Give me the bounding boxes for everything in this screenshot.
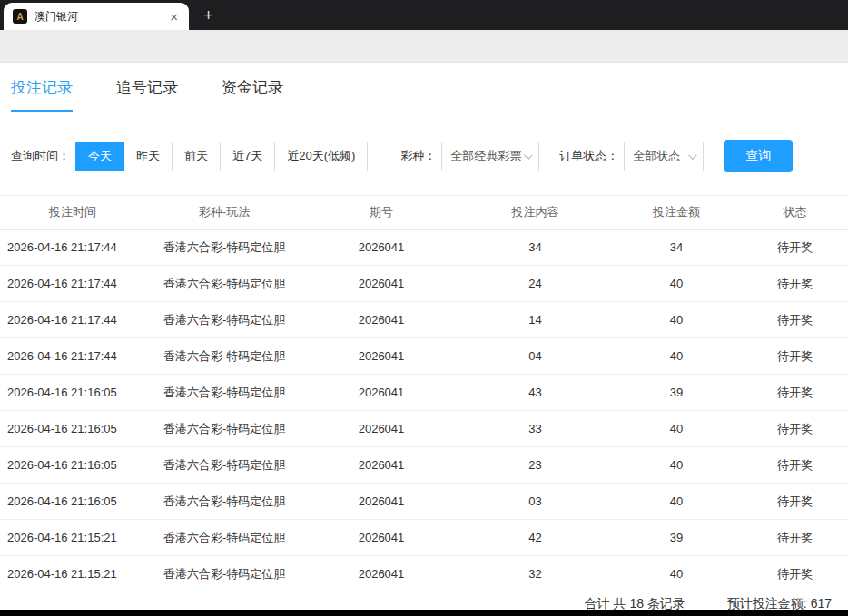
table-cell: 香港六合彩-特码定位胆 (145, 520, 303, 556)
time-option-0[interactable]: 今天 (75, 142, 124, 171)
table-cell: 34 (459, 230, 611, 266)
table-cell: 2026041 (303, 230, 459, 266)
table-cell: 2026041 (303, 520, 459, 556)
table-cell: 香港六合彩-特码定位胆 (145, 556, 303, 592)
time-option-4[interactable]: 近20天(低频) (274, 142, 368, 171)
time-option-1[interactable]: 昨天 (123, 142, 173, 171)
table-cell: 33 (459, 411, 611, 447)
table-cell: 2026041 (303, 302, 459, 338)
table-cell: 香港六合彩-特码定位胆 (145, 302, 303, 338)
table-cell: 2026041 (303, 447, 459, 484)
table-cell: 待开奖 (742, 230, 848, 266)
table-cell: 香港六合彩-特码定位胆 (145, 375, 303, 411)
table-row: 2026-04-16 21:15:21香港六合彩-特码定位胆2026041324… (0, 556, 848, 592)
time-filter-label: 查询时间： (11, 148, 70, 164)
table-cell: 香港六合彩-特码定位胆 (145, 447, 303, 484)
nav-tab-1[interactable]: 追号记录 (116, 77, 178, 112)
table-cell: 2026-04-16 21:17:44 (0, 338, 145, 375)
table-header-cell: 期号 (303, 196, 459, 230)
table-cell: 待开奖 (742, 411, 848, 447)
table-cell: 40 (611, 484, 742, 520)
table-row: 2026-04-16 21:16:05香港六合彩-特码定位胆2026041034… (0, 484, 848, 520)
status-select[interactable]: 全部状态 (624, 142, 704, 171)
table-header-cell: 投注时间 (0, 196, 145, 230)
table-cell: 2026-04-16 21:16:05 (0, 447, 145, 484)
time-option-2[interactable]: 前天 (172, 142, 221, 171)
chevron-down-icon (688, 151, 697, 160)
lottery-select[interactable]: 全部经典彩票 (441, 142, 539, 171)
browser-tab[interactable]: A 澳门银河 × (4, 3, 189, 30)
tab-close-icon[interactable]: × (166, 9, 182, 24)
table-cell: 香港六合彩-特码定位胆 (145, 230, 303, 266)
table-cell: 2026041 (303, 266, 459, 302)
table-row: 2026-04-16 21:17:44香港六合彩-特码定位胆2026041343… (0, 230, 848, 266)
table-header-cell: 投注内容 (459, 196, 611, 230)
table-header-row: 投注时间彩种-玩法期号投注内容投注金额状态 (0, 196, 848, 230)
table-cell: 待开奖 (742, 338, 848, 375)
table-row: 2026-04-16 21:17:44香港六合彩-特码定位胆2026041244… (0, 266, 848, 302)
table-cell: 2026-04-16 21:17:44 (0, 266, 145, 302)
table-cell: 42 (459, 520, 611, 556)
page-content: 投注记录追号记录资金记录 查询时间： 今天昨天前天近7天近20天(低频) 彩种：… (0, 63, 848, 610)
status-filter-label: 订单状态： (559, 148, 618, 164)
table-row: 2026-04-16 21:16:05香港六合彩-特码定位胆2026041433… (0, 375, 848, 411)
nav-tab-0[interactable]: 投注记录 (11, 77, 73, 112)
browser-toolbar (0, 30, 848, 63)
filter-bar: 查询时间： 今天昨天前天近7天近20天(低频) 彩种： 全部经典彩票 订单状态：… (0, 140, 848, 172)
table-cell: 23 (459, 447, 611, 484)
lottery-filter-label: 彩种： (400, 148, 436, 164)
table-cell: 39 (611, 375, 742, 411)
table-row: 2026-04-16 21:17:44香港六合彩-特码定位胆2026041144… (0, 302, 848, 338)
browser-tab-title: 澳门银河 (35, 9, 166, 24)
table-cell: 40 (611, 302, 742, 338)
table-cell: 40 (611, 338, 742, 375)
table-cell: 2026041 (303, 556, 459, 592)
status-select-value: 全部状态 (633, 148, 680, 164)
table-cell: 待开奖 (742, 266, 848, 302)
table-cell: 2026041 (303, 338, 459, 375)
nav-tabs: 投注记录追号记录资金记录 (0, 63, 848, 112)
table-cell: 40 (611, 266, 742, 302)
table-cell: 40 (611, 556, 742, 592)
table-cell: 待开奖 (742, 302, 848, 338)
table-cell: 待开奖 (742, 375, 848, 411)
table-cell: 2026041 (303, 484, 459, 520)
table-cell: 香港六合彩-特码定位胆 (145, 484, 303, 520)
table-cell: 香港六合彩-特码定位胆 (145, 411, 303, 447)
nav-tab-2[interactable]: 资金记录 (222, 77, 283, 112)
table-row: 2026-04-16 21:16:05香港六合彩-特码定位胆2026041234… (0, 447, 848, 484)
table-cell: 2026-04-16 21:17:44 (0, 302, 145, 338)
table-cell: 香港六合彩-特码定位胆 (145, 338, 303, 375)
bet-records-table: 投注时间彩种-玩法期号投注内容投注金额状态 2026-04-16 21:17:4… (0, 195, 848, 592)
table-row: 2026-04-16 21:17:44香港六合彩-特码定位胆2026041044… (0, 338, 848, 375)
table-header-cell: 彩种-玩法 (145, 196, 303, 230)
table-cell: 03 (459, 484, 611, 520)
table-cell: 2026-04-16 21:15:21 (0, 556, 145, 592)
table-row: 2026-04-16 21:15:21香港六合彩-特码定位胆2026041423… (0, 520, 848, 556)
table-cell: 34 (611, 230, 742, 266)
table-cell: 待开奖 (742, 520, 848, 556)
table-cell: 2026041 (303, 411, 459, 447)
estimated-amount-text: 预计投注金额: 617 (727, 596, 832, 612)
query-button[interactable]: 查询 (724, 140, 793, 172)
new-tab-icon[interactable]: + (203, 6, 213, 24)
record-count-text: 合计 共 18 条记录 (585, 596, 685, 612)
site-favicon-icon: A (13, 9, 27, 24)
table-cell: 40 (611, 411, 742, 447)
table-cell: 14 (459, 302, 611, 338)
table-cell: 04 (459, 338, 611, 375)
browser-tab-strip: A 澳门银河 × + (0, 0, 848, 30)
table-body: 2026-04-16 21:17:44香港六合彩-特码定位胆2026041343… (0, 230, 848, 592)
table-row: 2026-04-16 21:16:05香港六合彩-特码定位胆2026041334… (0, 411, 848, 447)
table-cell: 待开奖 (742, 447, 848, 484)
table-cell: 2026-04-16 21:15:21 (0, 520, 145, 556)
time-filter-group: 今天昨天前天近7天近20天(低频) (75, 142, 368, 171)
table-cell: 2026041 (303, 375, 459, 411)
table-cell: 2026-04-16 21:16:05 (0, 375, 145, 411)
table-cell: 40 (611, 447, 742, 484)
lottery-select-value: 全部经典彩票 (450, 148, 521, 164)
table-header-cell: 投注金额 (611, 196, 742, 230)
table-cell: 39 (611, 520, 742, 556)
time-option-3[interactable]: 近7天 (220, 142, 275, 171)
chevron-down-icon (524, 151, 533, 160)
